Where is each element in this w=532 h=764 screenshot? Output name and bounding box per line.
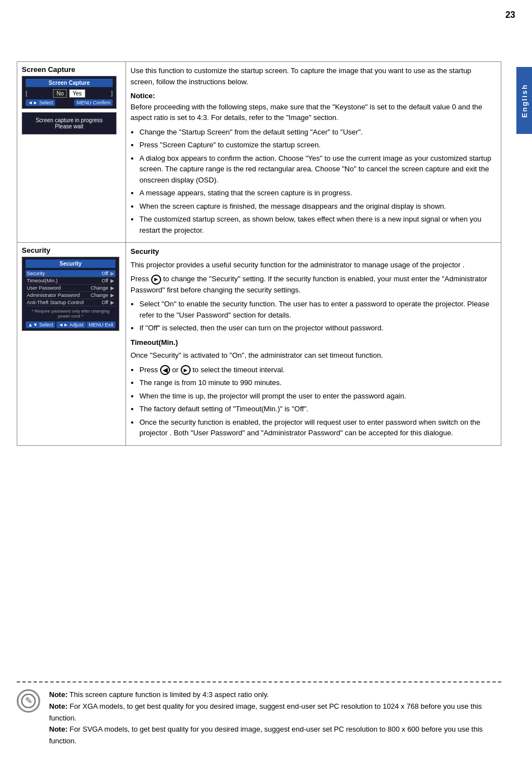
sc-notice: Notice: Before proceeding with the follo… [130, 90, 496, 123]
security-sub-title: Security [130, 246, 496, 257]
english-label: English [520, 84, 529, 118]
sec-adjust-btn: ◄► Adjust [56, 321, 86, 328]
osd-yes: Yes [69, 89, 85, 98]
sc-bullet-6: The customized startup screen, as shown … [139, 214, 496, 236]
osd-bracket-close: ] [111, 90, 113, 97]
timeout-bullet-3: When the time is up, the projector will … [139, 391, 496, 402]
osd-yes-no-row: [ No Yes ] [26, 89, 113, 98]
security-osd-bottom: ▲▼ Select ◄► Adjust MENU Exit [26, 321, 115, 328]
sc-bullet-2: Press "Screen Capture" to customize the … [139, 140, 496, 151]
sec-row-label-1: Timeout(Min.) [27, 278, 57, 284]
sc-description: Use this function to customize the start… [130, 65, 496, 87]
timeout-bullet-1: Press ◀ or ► to select the timeout inter… [139, 364, 496, 376]
timeout-bullet-4: The factory default setting of "Timeout(… [139, 403, 496, 415]
sec-row-value-4: Off [101, 300, 108, 305]
security-bullet-1: Select "On" to enable the security funct… [139, 299, 496, 320]
main-content-table: Screen Capture Screen Capture [ No Yes ]… [17, 61, 501, 446]
sec-arrow-2: ▶ [110, 285, 114, 291]
svg-text:✎: ✎ [25, 696, 32, 705]
note-text-block: Note: This screen capture function is li… [49, 689, 501, 747]
security-osd-row-2: User Password Change ▶ [26, 285, 115, 292]
progress-line2: Please wait [26, 123, 113, 129]
osd-bracket-open: [ [26, 90, 27, 97]
security-content: Security This projector provides a usefu… [130, 246, 496, 439]
security-osd-row-1: Timeout(Min.) Off ▶ [26, 277, 115, 285]
security-press-mid: to change the "Security" setting. If the… [130, 275, 487, 294]
osd-confirm: MENU Confirm [74, 99, 113, 106]
sec-row-label-2: User Password [27, 285, 61, 291]
screen-capture-right: Use this function to customize the start… [126, 62, 501, 243]
note-svg-icon: ✎ [21, 694, 36, 708]
left-arrow-icon: ◀ [160, 365, 170, 375]
sc-bullets: Change the "Startup Screen" from the def… [139, 127, 496, 236]
security-bullets: Select "On" to enable the security funct… [139, 299, 496, 334]
sc-bullet-3: A dialog box appears to confirm the acti… [139, 153, 496, 186]
sec-row-value-1: Off [101, 278, 108, 284]
sec-row-right-3: Change ▶ [90, 292, 114, 298]
sec-exit-btn: MENU Exit [86, 321, 115, 328]
progress-line1: Screen capture in progress [26, 117, 113, 123]
sec-arrow-4: ▶ [110, 300, 114, 305]
security-description: This projector provides a useful securit… [130, 260, 496, 271]
sc-bullet-5: When the screen capture is finished, the… [139, 201, 496, 212]
progress-box: Screen capture in progress Please wait [22, 112, 117, 134]
note-text-1: This screen capture function is limited … [70, 690, 269, 699]
sec-row-value-2: Change [90, 285, 108, 291]
timeout-bullet-2: The range is from 10 minute to 990 minut… [139, 377, 496, 388]
note-section: ✎ Note: This screen capture function is … [17, 681, 501, 747]
security-osd: Security Security Off ▶ Timeout(Min.) Of… [22, 257, 119, 331]
osd-select: ◄► Select [26, 99, 55, 106]
note-3: Note: For SVGA models, to get best quali… [49, 724, 501, 747]
security-row: Security Security Security Off ▶ Timeout… [17, 243, 501, 446]
timeout-description: Once "Security" is activated to "On", th… [130, 350, 496, 361]
security-title: Security [22, 246, 121, 254]
timeout-title: Timeout(Min.) [130, 337, 496, 348]
osd-yes-no: No Yes [53, 89, 85, 98]
screen-capture-content: Use this function to customize the start… [130, 65, 496, 236]
timeout-bullet-5: Once the security function is enabled, t… [139, 417, 496, 439]
note-label-3: Note: [49, 725, 67, 733]
sec-row-right-2: Change ▶ [90, 285, 114, 291]
sec-arrow-0: ▶ [110, 271, 114, 276]
security-right: Security This projector provides a usefu… [126, 243, 501, 446]
sec-row-label-4: Anti-Theft Startup Control [27, 300, 84, 305]
sec-arrow-1: ▶ [110, 278, 114, 284]
sec-row-right-1: Off ▶ [101, 278, 114, 284]
sec-select-btn: ▲▼ Select [26, 321, 55, 328]
note-label-2: Note: [49, 702, 67, 710]
note-2: Note: For XGA models, to get best qualit… [49, 701, 501, 724]
sec-row-label-3: Administrator Password [27, 292, 80, 298]
sec-arrow-3: ▶ [110, 292, 114, 298]
screen-capture-row: Screen Capture Screen Capture [ No Yes ]… [17, 62, 501, 243]
security-osd-warning: * Require password only after changing p… [26, 308, 115, 319]
screen-capture-osd: Screen Capture [ No Yes ] ◄► Select MENU… [22, 76, 117, 109]
security-osd-row-3: Administrator Password Change ▶ [26, 292, 115, 299]
screen-capture-left: Screen Capture Screen Capture [ No Yes ]… [17, 62, 126, 243]
screen-capture-title: Screen Capture [22, 65, 121, 74]
osd-bottom-bar: ◄► Select MENU Confirm [26, 99, 113, 106]
sec-row-right-4: Off ▶ [101, 300, 114, 305]
sec-row-value-0: Off [101, 271, 108, 276]
page-number: 23 [505, 10, 515, 20]
sec-row-label-0: Security [27, 271, 45, 276]
security-press-text: Press ► to change the "Security" setting… [130, 273, 496, 295]
security-osd-row-0: Security Off ▶ [26, 270, 115, 277]
osd-no: No [53, 89, 67, 98]
note-label-1: Note: [49, 690, 67, 699]
right-arrow-icon: ► [181, 365, 191, 375]
sc-bullet-1: Change the "Startup Screen" from the def… [139, 127, 496, 138]
sc-bullet-4: A message appears, stating that the scre… [139, 188, 496, 199]
sec-row-right-0: Off ▶ [101, 271, 114, 276]
note-text-2: For XGA models, to get best quality for … [49, 702, 482, 722]
sec-row-value-3: Change [90, 292, 108, 298]
security-osd-title: Security [26, 260, 115, 268]
notice-label: Notice: [130, 92, 155, 100]
right-arrow-btn: ► [151, 275, 161, 285]
note-icon: ✎ [17, 689, 40, 713]
security-osd-row-4: Anti-Theft Startup Control Off ▶ [26, 299, 115, 306]
notice-text: Before proceeding with the following ste… [130, 103, 482, 122]
timeout-bullets: Press ◀ or ► to select the timeout inter… [139, 364, 496, 439]
osd-title: Screen Capture [26, 79, 113, 87]
note-text-3: For SVGA models, to get best quality for… [49, 725, 483, 745]
english-sidebar: English [516, 67, 532, 134]
